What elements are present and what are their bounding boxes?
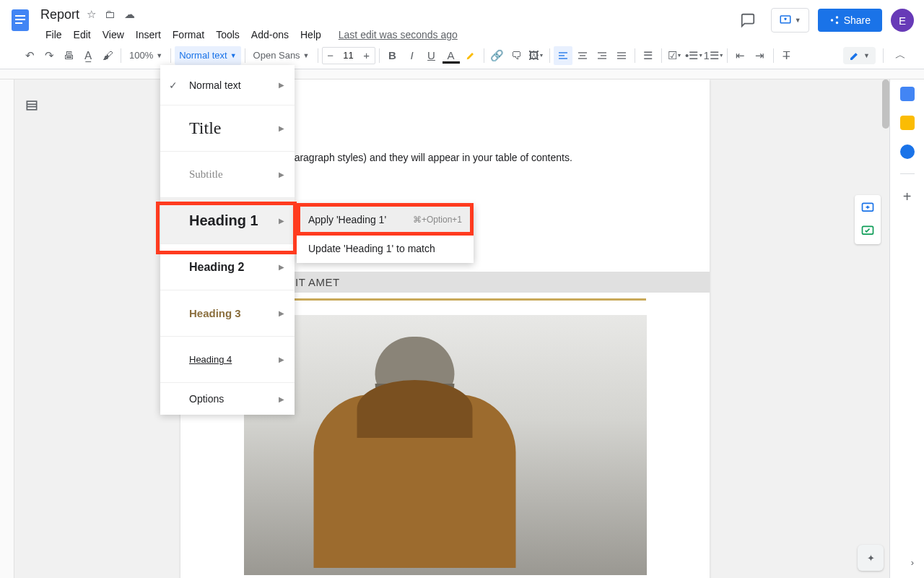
explore-button[interactable]: ✦: [858, 545, 884, 571]
style-item-heading1[interactable]: Heading 1 ▶: [160, 198, 295, 244]
svg-rect-3: [15, 22, 22, 24]
add-suggestion-icon[interactable]: [858, 221, 878, 241]
font-size-group: − 11 +: [322, 47, 375, 64]
submenu-arrow-icon: ▶: [279, 263, 284, 271]
menu-tools[interactable]: Tools: [211, 26, 245, 43]
scrollbar-thumb[interactable]: [882, 79, 889, 129]
last-edit-link[interactable]: Last edit was seconds ago: [334, 26, 463, 43]
share-button[interactable]: Share: [818, 9, 882, 32]
checklist-icon[interactable]: ☑▼: [666, 46, 684, 65]
move-icon[interactable]: 🗀: [105, 8, 116, 21]
highlight-icon[interactable]: [461, 46, 480, 65]
vertical-scrollbar[interactable]: [882, 79, 889, 484]
increase-font-icon[interactable]: +: [359, 48, 375, 64]
separator: [900, 173, 915, 174]
bold-icon[interactable]: B: [383, 46, 402, 65]
vertical-ruler[interactable]: [0, 79, 14, 578]
svg-rect-2: [15, 19, 25, 20]
star-icon[interactable]: ☆: [87, 8, 96, 21]
docs-logo-icon[interactable]: [6, 6, 35, 35]
add-comment-icon[interactable]: [858, 198, 878, 218]
menu-edit[interactable]: Edit: [69, 26, 96, 43]
document-canvas[interactable]: Format > Paragraph styles) and they will…: [14, 79, 889, 578]
separator: [635, 48, 635, 63]
menu-insert[interactable]: Insert: [131, 26, 166, 43]
submenu-label: Apply 'Heading 1': [308, 214, 386, 225]
menu-view[interactable]: View: [97, 26, 129, 43]
style-item-subtitle[interactable]: Subtitle ▶: [160, 152, 295, 198]
font-size-input[interactable]: 11: [339, 50, 359, 61]
image-icon[interactable]: 🖼▼: [527, 46, 546, 65]
cloud-icon[interactable]: ☁: [124, 8, 135, 21]
link-icon[interactable]: 🔗: [488, 46, 507, 65]
collapse-toolbar-icon[interactable]: ︿: [891, 46, 910, 65]
style-label: Heading 3: [189, 307, 241, 319]
zoom-dropdown[interactable]: 100%▼: [125, 46, 167, 65]
paragraph-styles-dropdown[interactable]: Normal text▼: [175, 46, 240, 65]
align-justify-icon[interactable]: [612, 46, 631, 65]
apply-heading1-item[interactable]: Apply 'Heading 1' ⌘+Option+1: [297, 205, 474, 234]
line-spacing-icon[interactable]: ☰: [639, 46, 658, 65]
check-icon: ✓: [169, 79, 178, 91]
style-item-heading4[interactable]: Heading 4 ▶: [160, 337, 295, 383]
style-item-heading2[interactable]: Heading 2 ▶: [160, 244, 295, 290]
style-label: Subtitle: [189, 168, 223, 181]
user-avatar[interactable]: E: [891, 9, 914, 32]
text-color-icon[interactable]: A: [442, 46, 461, 65]
hide-sidepanel-icon[interactable]: ›: [911, 557, 914, 568]
style-item-options[interactable]: Options ▶: [160, 383, 295, 415]
separator: [484, 48, 484, 63]
calendar-icon[interactable]: [900, 87, 915, 101]
outline-toggle-icon[interactable]: [25, 98, 42, 116]
menu-file[interactable]: File: [40, 26, 67, 43]
title-area: Report ☆ 🗀 ☁ File Edit View Insert Forma…: [40, 6, 733, 43]
comments-icon[interactable]: [733, 6, 762, 35]
font-dropdown[interactable]: Open Sans▼: [249, 46, 314, 65]
keep-icon[interactable]: [900, 116, 915, 130]
menu-help[interactable]: Help: [295, 26, 326, 43]
style-label: Normal text: [189, 79, 241, 91]
style-item-heading3[interactable]: Heading 3 ▶: [160, 290, 295, 337]
align-center-icon[interactable]: [573, 46, 592, 65]
submenu-arrow-icon: ▶: [279, 395, 284, 403]
toolbar: ↶ ↷ 🖶 A̲ 🖌 100%▼ Normal text▼ Open Sans▼…: [0, 42, 924, 69]
document-title[interactable]: Report: [40, 7, 79, 22]
comment-icon[interactable]: 🗨: [507, 46, 526, 65]
present-button[interactable]: ▼: [771, 8, 809, 33]
decrease-indent-icon[interactable]: ⇤: [731, 46, 750, 65]
bulleted-list-icon[interactable]: •☰▼: [685, 46, 704, 65]
update-heading1-item[interactable]: Update 'Heading 1' to match: [297, 234, 474, 263]
align-left-icon[interactable]: [554, 46, 572, 65]
submenu-label: Update 'Heading 1' to match: [308, 243, 435, 254]
numbered-list-icon[interactable]: 1☰▼: [705, 46, 723, 65]
horizontal-ruler[interactable]: [0, 69, 924, 79]
spellcheck-icon[interactable]: A̲: [79, 46, 97, 65]
align-right-icon[interactable]: [593, 46, 611, 65]
undo-icon[interactable]: ↶: [20, 46, 39, 65]
submenu-arrow-icon: ▶: [279, 217, 284, 225]
style-label: Heading 2: [189, 261, 244, 274]
submenu-arrow-icon: ▶: [279, 355, 284, 363]
add-addon-icon[interactable]: +: [903, 189, 912, 205]
menu-addons[interactable]: Add-ons: [246, 26, 294, 43]
document-body-text[interactable]: Format > Paragraph styles) and they will…: [244, 152, 646, 163]
menu-format[interactable]: Format: [167, 26, 209, 43]
decrease-font-icon[interactable]: −: [323, 48, 339, 64]
style-value: Normal text: [179, 50, 227, 61]
document-image[interactable]: [244, 315, 647, 575]
italic-icon[interactable]: I: [403, 46, 422, 65]
submenu-arrow-icon: ▶: [279, 81, 284, 89]
style-item-title[interactable]: Title ▶: [160, 105, 295, 152]
share-label: Share: [844, 14, 871, 26]
print-icon[interactable]: 🖶: [59, 46, 78, 65]
submenu-arrow-icon: ▶: [279, 171, 284, 178]
redo-icon[interactable]: ↷: [40, 46, 58, 65]
editing-mode-dropdown[interactable]: ▼: [843, 47, 876, 64]
increase-indent-icon[interactable]: ⇥: [751, 46, 770, 65]
style-label: Heading 1: [189, 212, 258, 229]
tasks-icon[interactable]: [900, 144, 915, 159]
clear-formatting-icon[interactable]: T̶: [777, 46, 796, 65]
underline-icon[interactable]: U: [422, 46, 441, 65]
style-item-normal[interactable]: ✓ Normal text ▶: [160, 65, 295, 105]
paint-format-icon[interactable]: 🖌: [98, 46, 117, 65]
